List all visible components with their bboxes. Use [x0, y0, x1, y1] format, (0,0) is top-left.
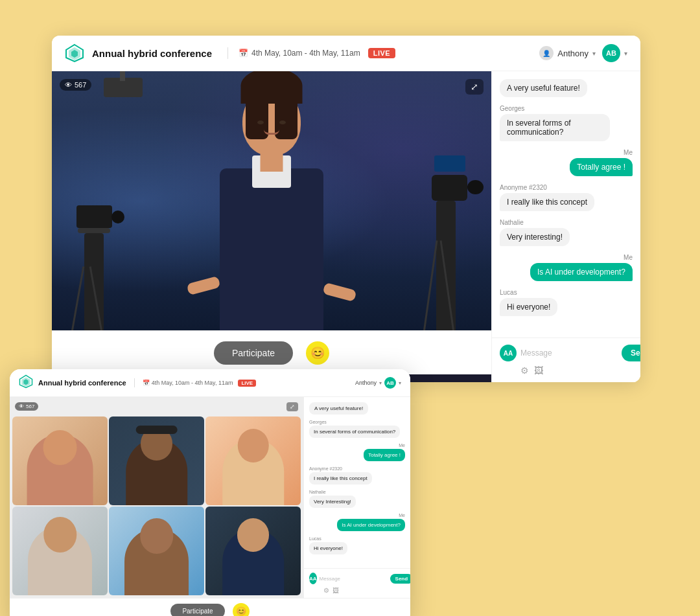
user-avatar-small: 👤	[539, 46, 554, 60]
list-item: Me Is AI under development?	[530, 254, 633, 281]
tablet-chat-tools: ⚙ 🖼	[309, 587, 405, 594]
tablet-emoji-button[interactable]: 😊	[233, 603, 250, 617]
video-stream	[52, 71, 491, 330]
settings-icon[interactable]: ⚙	[520, 365, 529, 376]
list-item: Georges In several forms of communicatio…	[309, 420, 405, 438]
tablet-content: 👁 567 ⤢	[10, 397, 410, 598]
list-item: Me Totally agree !	[570, 149, 633, 176]
user-chevron: ▾	[592, 50, 596, 57]
tablet-window: Annual hybrid conference 📅 4th May, 10am…	[10, 369, 410, 616]
video-cell-3	[205, 416, 301, 505]
live-badge: LIVE	[368, 48, 395, 58]
tablet-chat-avatar: AA	[309, 573, 317, 584]
message-input[interactable]	[520, 348, 618, 358]
chat-input-row: AA Send	[500, 345, 633, 361]
video-cell-6	[205, 507, 301, 595]
video-panel: 👁 567 ⤢	[52, 71, 491, 382]
tablet-image-icon[interactable]: 🖼	[332, 587, 339, 594]
tablet-app-title: Annual hybrid conference	[38, 379, 126, 387]
tablet-expand-button[interactable]: ⤢	[286, 402, 298, 411]
header-user[interactable]: 👤 Anthony ▾ AB ▾	[539, 44, 627, 62]
emoji-reaction-button[interactable]: 😊	[306, 341, 329, 365]
tablet-participate-button[interactable]: Participate	[170, 604, 224, 616]
content-area: 👁 567 ⤢	[52, 71, 640, 382]
list-item: A very useful feature!	[500, 79, 587, 97]
list-item: Me Is AI under development?	[337, 513, 405, 531]
list-item: Me Totally agree !	[364, 443, 405, 461]
tablet-live-badge: LIVE	[238, 380, 256, 387]
chat-panel: A very useful feature! Georges In severa…	[491, 71, 640, 382]
eye-icon: 👁	[65, 81, 72, 89]
user-initials-avatar: AB	[602, 44, 620, 62]
participate-bar: Participate 😊	[52, 330, 491, 374]
video-cell-1	[12, 416, 108, 505]
list-item: Nathalie Very interesting!	[500, 219, 570, 246]
tablet-chat: A very useful feature! Georges In severa…	[303, 397, 410, 598]
video-cell-5	[109, 507, 204, 595]
viewer-counter: 👁 567	[60, 79, 91, 91]
tablet-user-avatar: AB	[384, 377, 396, 389]
header-divider	[228, 47, 228, 59]
list-item: Georges In several forms of communicatio…	[500, 105, 610, 141]
header: Annual hybrid conference 📅 4th May, 10am…	[52, 36, 640, 71]
tablet-send-button[interactable]: Send	[390, 574, 410, 584]
tablet-settings-icon[interactable]: ⚙	[323, 587, 329, 594]
list-item: A very useful feature!	[309, 402, 368, 415]
app-title: Annual hybrid conference	[92, 48, 212, 59]
chat-messages: A very useful feature! Georges In severa…	[492, 71, 640, 337]
calendar-icon: 📅	[239, 49, 248, 58]
avatar-chevron: ▾	[624, 50, 627, 57]
list-item: Lucas Hi everyone!	[500, 289, 557, 316]
tablet-input-row: AA Send	[309, 573, 405, 584]
tablet-logo	[19, 374, 33, 391]
expand-button[interactable]: ⤢	[465, 79, 484, 95]
tablet-header-date: 📅 4th May, 10am - 4th May, 11am	[143, 380, 233, 386]
app-logo	[65, 43, 84, 63]
tablet-header: Annual hybrid conference 📅 4th May, 10am…	[10, 369, 410, 397]
video-grid	[10, 397, 303, 598]
list-item: Anonyme #2320 I really like this concept	[500, 184, 594, 211]
tablet-video-panel: 👁 567 ⤢	[10, 397, 303, 598]
header-date: 📅 4th May, 10am - 4th May, 11am	[239, 49, 360, 58]
tablet-participate-bar: Participate 😊	[10, 598, 410, 616]
participate-button[interactable]: Participate	[214, 341, 293, 365]
image-icon[interactable]: 🖼	[534, 365, 543, 376]
tablet-chat-input-area: AA Send ⚙ 🖼	[304, 568, 410, 598]
tablet-header-user[interactable]: Anthony ▾ AB ▾	[355, 377, 401, 389]
send-button[interactable]: Send	[622, 345, 640, 361]
tablet-message-input[interactable]	[320, 576, 388, 582]
list-item: Anonyme #2320 I really like this concept	[309, 466, 405, 485]
tablet-viewer-counter: 👁 567	[15, 402, 38, 411]
list-item: Lucas Hi everyone!	[309, 536, 405, 554]
tablet-messages: A very useful feature! Georges In severa…	[304, 397, 410, 568]
list-item: Nathalie Very Interesting!	[309, 490, 405, 508]
video-cell-4	[12, 507, 108, 595]
chat-input-area: AA Send ⚙ 🖼	[492, 337, 640, 382]
main-window: Annual hybrid conference 📅 4th May, 10am…	[52, 36, 640, 382]
chat-user-avatar: AA	[500, 345, 517, 361]
chat-tools: ⚙ 🖼	[500, 365, 633, 376]
video-cell-2	[109, 416, 204, 505]
